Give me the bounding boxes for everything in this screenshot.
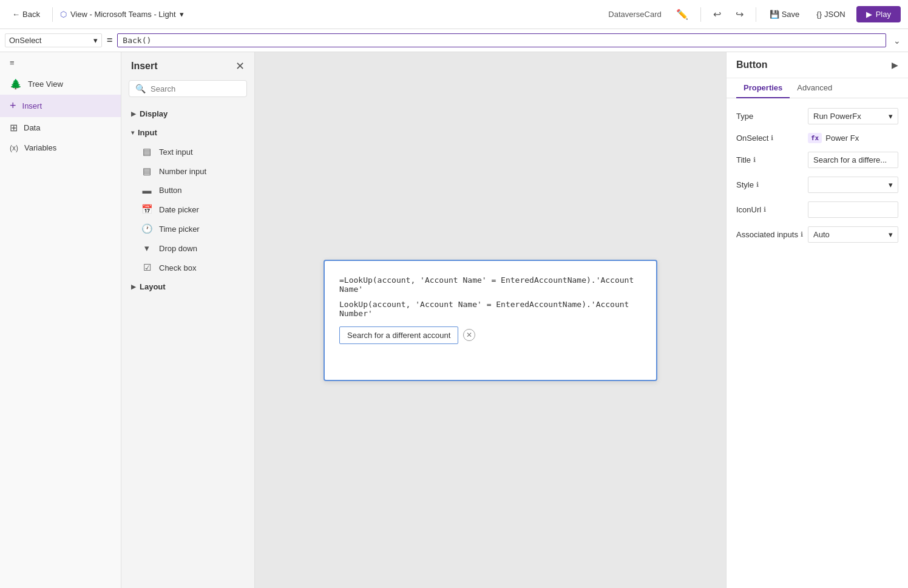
save-icon: 💾 <box>770 10 779 19</box>
onselect-fx: fx Power Fx <box>808 133 898 143</box>
play-label: Play <box>876 10 891 19</box>
associated-inputs-value: Auto ▾ <box>808 226 898 243</box>
back-arrow-icon: ← <box>12 10 20 19</box>
chevron-right-icon-layout: ▶ <box>131 283 136 290</box>
chevron-right-icon: ▶ <box>131 110 136 117</box>
prop-row-iconurl: IconUrl ℹ <box>736 201 898 218</box>
insert-item-drop-down[interactable]: ▾ Drop down <box>121 238 254 258</box>
property-selector-value: OnSelect <box>9 36 41 45</box>
sidebar-item-data[interactable]: ⊞ Data <box>0 117 121 138</box>
tree-view-icon: 🌲 <box>10 78 22 90</box>
onselect-label-text: OnSelect <box>736 133 768 143</box>
chevron-down-icon: ▾ <box>180 10 184 19</box>
divider3 <box>756 7 756 22</box>
hamburger-menu-button[interactable]: ≡ <box>0 52 121 73</box>
card-search-button[interactable]: Search for a different account <box>339 326 458 344</box>
redo-button[interactable]: ↪ <box>731 6 748 22</box>
button-icon: ▬ <box>141 185 153 195</box>
prop-row-onselect: OnSelect ℹ fx Power Fx <box>736 133 898 143</box>
view-selector[interactable]: ⬡ View - Microsoft Teams - Light ▾ <box>60 10 184 19</box>
insert-item-time-picker[interactable]: 🕐 Time picker <box>121 219 254 238</box>
title-label: Title ℹ <box>736 155 803 164</box>
insert-item-check-box[interactable]: ☑ Check box <box>121 258 254 277</box>
section-layout-label: Layout <box>140 282 166 291</box>
card: =LookUp(account, 'Account Name' = Entere… <box>324 260 657 381</box>
chevron-down-icon: ▾ <box>131 129 134 136</box>
insert-item-date-picker[interactable]: 📅 Date picker <box>121 200 254 219</box>
tab-advanced-label: Advanced <box>797 83 832 92</box>
iconurl-info-icon[interactable]: ℹ <box>764 206 766 214</box>
section-display-label: Display <box>140 109 168 118</box>
tab-advanced[interactable]: Advanced <box>790 78 839 98</box>
panel-tabs: Properties Advanced <box>727 78 908 98</box>
date-picker-label: Date picker <box>159 205 199 214</box>
title-input[interactable] <box>808 152 898 168</box>
section-header-input[interactable]: ▾ Input <box>121 123 254 142</box>
play-button[interactable]: ▶ Play <box>856 6 901 22</box>
associated-inputs-select[interactable]: Auto ▾ <box>808 226 898 243</box>
insert-panel-close-button[interactable]: ✕ <box>235 59 245 73</box>
title-label-text: Title <box>736 155 751 164</box>
right-panel-expand-button[interactable]: ▶ <box>892 60 898 70</box>
insert-icon: + <box>10 100 16 112</box>
property-selector[interactable]: OnSelect ▾ <box>5 33 102 47</box>
save-button[interactable]: 💾 Save <box>764 7 806 21</box>
save-label: Save <box>782 10 800 19</box>
time-picker-icon: 🕐 <box>141 223 153 234</box>
style-label: Style ℹ <box>736 180 803 189</box>
tab-properties[interactable]: Properties <box>736 78 790 98</box>
sidebar-item-variables[interactable]: (x) Variables <box>0 138 121 157</box>
associated-inputs-info-icon[interactable]: ℹ <box>801 231 803 238</box>
date-picker-icon: 📅 <box>141 204 153 215</box>
tab-properties-label: Properties <box>744 83 782 92</box>
style-info-icon[interactable]: ℹ <box>756 181 759 189</box>
type-select[interactable]: Run PowerFx ▾ <box>808 108 898 124</box>
insert-panel-title: Insert <box>131 61 158 72</box>
onselect-info-icon[interactable]: ℹ <box>771 134 773 142</box>
formula-input[interactable] <box>117 33 886 47</box>
sidebar-item-insert[interactable]: + Insert <box>0 95 121 117</box>
button-label: Button <box>159 186 182 195</box>
insert-panel-header: Insert ✕ <box>121 52 254 80</box>
undo-button[interactable]: ↩ <box>708 6 726 22</box>
type-chevron-icon: ▾ <box>889 112 893 121</box>
section-header-layout[interactable]: ▶ Layout <box>121 277 254 296</box>
associated-inputs-label: Associated inputs ℹ <box>736 230 803 239</box>
number-input-icon: ▤ <box>141 166 153 177</box>
insert-item-number-input[interactable]: ▤ Number input <box>121 161 254 181</box>
style-select[interactable]: ▾ <box>808 177 898 193</box>
back-button[interactable]: ← Back <box>7 7 45 21</box>
json-icon: {} <box>816 10 822 19</box>
check-box-icon: ☑ <box>141 262 153 273</box>
associated-inputs-label-text: Associated inputs <box>736 230 798 239</box>
insert-item-button[interactable]: ▬ Button <box>121 181 254 200</box>
prop-row-associated-inputs: Associated inputs ℹ Auto ▾ <box>736 226 898 243</box>
iconurl-input[interactable] <box>808 201 898 218</box>
title-info-icon[interactable]: ℹ <box>753 156 756 164</box>
search-input[interactable] <box>151 84 252 93</box>
sidebar-insert-label: Insert <box>22 101 42 110</box>
divider2 <box>700 7 701 22</box>
text-input-icon: ▤ <box>141 146 153 157</box>
onselect-value: fx Power Fx <box>808 133 898 143</box>
insert-item-text-input[interactable]: ▤ Text input <box>121 142 254 161</box>
card-close-icon[interactable]: ✕ <box>463 329 475 341</box>
input-section-body: ▤ Text input ▤ Number input ▬ Button 📅 D… <box>121 142 254 277</box>
edit-icon-button[interactable]: ✏️ <box>671 6 693 22</box>
type-label-text: Type <box>736 112 753 121</box>
section-header-display[interactable]: ▶ Display <box>121 104 254 123</box>
view-label-text: View - Microsoft Teams - Light <box>70 10 176 19</box>
iconurl-label-text: IconUrl <box>736 205 761 214</box>
card-search-button-label: Search for a different account <box>347 331 450 340</box>
iconurl-label: IconUrl ℹ <box>736 205 803 214</box>
sidebar-tree-view-label: Tree View <box>28 79 63 89</box>
prop-row-style: Style ℹ ▾ <box>736 177 898 193</box>
style-value: ▾ <box>808 177 898 193</box>
sidebar-item-tree-view[interactable]: 🌲 Tree View <box>0 73 121 95</box>
formula-expand-button[interactable]: ⌄ <box>891 33 903 48</box>
search-box: 🔍 <box>129 80 247 97</box>
card-line2: LookUp(account, 'Account Name' = Entered… <box>339 300 642 318</box>
json-button[interactable]: {} JSON <box>810 7 851 21</box>
iconurl-value <box>808 201 898 218</box>
properties-body: Type Run PowerFx ▾ OnSelect ℹ fx <box>727 98 908 252</box>
